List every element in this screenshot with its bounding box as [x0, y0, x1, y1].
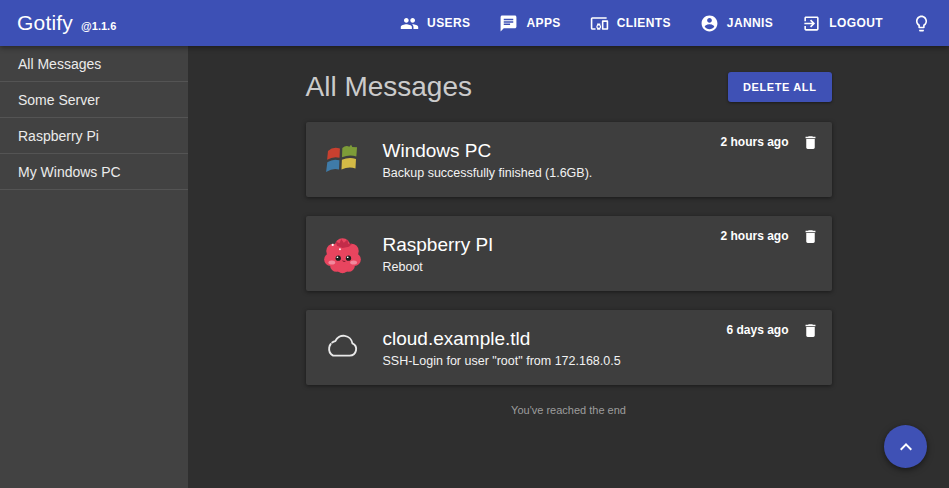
- navbar: Gotify @1.1.6 USERS APPS CLIENTS JANNIS: [0, 0, 949, 46]
- nav-item-label: APPS: [526, 16, 560, 30]
- message-time: 2 hours ago: [720, 229, 788, 243]
- nav-item-label: JANNIS: [727, 16, 773, 30]
- nav-item-apps[interactable]: APPS: [499, 14, 560, 33]
- delete-message-button[interactable]: [802, 227, 819, 246]
- message-title: Windows PC: [383, 140, 593, 162]
- chevron-up-icon: [894, 435, 918, 459]
- chat-icon: [499, 14, 518, 33]
- app-version: @1.1.6: [81, 20, 116, 32]
- message-text: Raspberry PI Reboot: [383, 234, 494, 274]
- message-card: Raspberry PI Reboot 2 hours ago: [306, 216, 832, 291]
- content-header: All Messages DELETE ALL: [306, 71, 832, 103]
- theme-toggle-button[interactable]: [912, 14, 931, 33]
- trash-icon: [802, 133, 819, 152]
- message-time: 6 days ago: [726, 323, 788, 337]
- end-of-list-text: You've reached the end: [306, 404, 832, 416]
- cloud-icon: [322, 327, 363, 368]
- nav-item-label: LOGOUT: [829, 16, 883, 30]
- sidebar-item-raspberry-pi[interactable]: Raspberry Pi: [0, 118, 188, 154]
- trash-icon: [802, 321, 819, 340]
- nav-item-clients[interactable]: CLIENTS: [590, 14, 671, 33]
- message-time: 2 hours ago: [720, 135, 788, 149]
- nav-item-user-jannis[interactable]: JANNIS: [700, 14, 773, 33]
- sidebar-item-label: My Windows PC: [18, 164, 121, 180]
- sidebar-item-label: All Messages: [18, 56, 101, 72]
- windows-icon: [322, 139, 363, 180]
- message-text: cloud.example.tld SSH-Login for user "ro…: [383, 328, 621, 368]
- lightbulb-icon: [912, 14, 931, 33]
- raspberry-icon: [322, 233, 363, 274]
- message-list: Windows PC Backup successfully finished …: [306, 122, 832, 385]
- nav-item-label: USERS: [427, 16, 470, 30]
- navbar-menu: USERS APPS CLIENTS JANNIS LOGOUT: [371, 14, 931, 33]
- message-title: Raspberry PI: [383, 234, 494, 256]
- message-body: Backup successfully finished (1.6GB).: [383, 166, 593, 180]
- message-body: SSH-Login for user "root" from 172.168.0…: [383, 354, 621, 368]
- message-meta: 2 hours ago: [720, 133, 818, 152]
- delete-all-button[interactable]: DELETE ALL: [728, 72, 831, 102]
- scroll-to-top-button[interactable]: [884, 425, 927, 468]
- page-title: All Messages: [306, 71, 473, 103]
- message-meta: 6 days ago: [726, 321, 818, 340]
- users-icon: [400, 14, 419, 33]
- delete-message-button[interactable]: [802, 321, 819, 340]
- logout-icon: [802, 14, 821, 33]
- sidebar-item-my-windows-pc[interactable]: My Windows PC: [0, 154, 188, 190]
- nav-item-users[interactable]: USERS: [400, 14, 470, 33]
- nav-item-logout[interactable]: LOGOUT: [802, 14, 883, 33]
- trash-icon: [802, 227, 819, 246]
- app-root: Gotify @1.1.6 USERS APPS CLIENTS JANNIS: [0, 0, 949, 488]
- sidebar-item-some-server[interactable]: Some Server: [0, 82, 188, 118]
- devices-icon: [590, 14, 609, 33]
- message-text: Windows PC Backup successfully finished …: [383, 140, 593, 180]
- message-card: cloud.example.tld SSH-Login for user "ro…: [306, 310, 832, 385]
- brand: Gotify @1.1.6: [17, 11, 116, 35]
- message-body: Reboot: [383, 260, 494, 274]
- account-circle-icon: [700, 14, 719, 33]
- sidebar-item-all-messages[interactable]: All Messages: [0, 46, 188, 82]
- message-title: cloud.example.tld: [383, 328, 621, 350]
- app-title: Gotify: [17, 11, 73, 35]
- message-card: Windows PC Backup successfully finished …: [306, 122, 832, 197]
- sidebar-item-label: Raspberry Pi: [18, 128, 99, 144]
- delete-message-button[interactable]: [802, 133, 819, 152]
- sidebar-item-label: Some Server: [18, 92, 100, 108]
- nav-item-label: CLIENTS: [617, 16, 671, 30]
- message-meta: 2 hours ago: [720, 227, 818, 246]
- sidebar: All Messages Some Server Raspberry Pi My…: [0, 46, 188, 488]
- main-content: All Messages DELETE ALL Win: [188, 46, 949, 488]
